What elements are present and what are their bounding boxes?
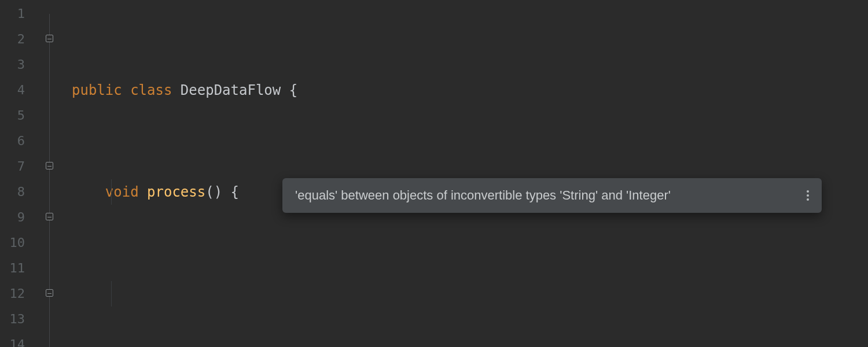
inspection-message: 'equals' between objects of inconvertibl… — [295, 188, 671, 202]
keyword-void: void — [105, 184, 139, 200]
class-name: DeepDataFlow — [181, 82, 281, 98]
more-actions-icon[interactable] — [802, 189, 814, 202]
line-number: 8 — [0, 179, 25, 205]
line-number: 14 — [0, 332, 25, 347]
line-number: 12 — [0, 281, 25, 307]
keyword-public: public — [72, 82, 122, 98]
keyword-class: class — [130, 82, 172, 98]
fold-guide-line — [49, 14, 50, 347]
line-number: 7 — [0, 154, 25, 179]
code-line[interactable]: public class DeepDataFlow { — [72, 77, 868, 103]
line-number-gutter: 1 2 3 4 5 6 7 8 9 10 11 12 13 14 — [0, 0, 36, 347]
fold-column — [36, 0, 52, 347]
code-line[interactable] — [72, 281, 868, 307]
code-editor[interactable]: 1 2 3 4 5 6 7 8 9 10 11 12 13 14 public … — [0, 0, 868, 347]
line-number: 11 — [0, 256, 25, 281]
line-number: 2 — [0, 27, 25, 52]
indent-guide — [111, 281, 112, 307]
parens: () — [205, 184, 222, 200]
brace-open: { — [289, 82, 297, 98]
line-number: 4 — [0, 77, 25, 103]
line-number: 1 — [0, 1, 25, 27]
line-number: 5 — [0, 103, 25, 128]
code-area[interactable]: public class DeepDataFlow { void process… — [52, 0, 868, 347]
method-name: process — [147, 184, 205, 200]
line-number: 9 — [0, 205, 25, 230]
indent-guide — [111, 179, 112, 205]
line-number: 13 — [0, 307, 25, 332]
line-number: 3 — [0, 52, 25, 77]
line-number: 6 — [0, 128, 25, 154]
brace-open: { — [231, 184, 239, 200]
line-number: 10 — [0, 230, 25, 256]
inspection-tooltip[interactable]: 'equals' between objects of inconvertibl… — [282, 178, 822, 213]
